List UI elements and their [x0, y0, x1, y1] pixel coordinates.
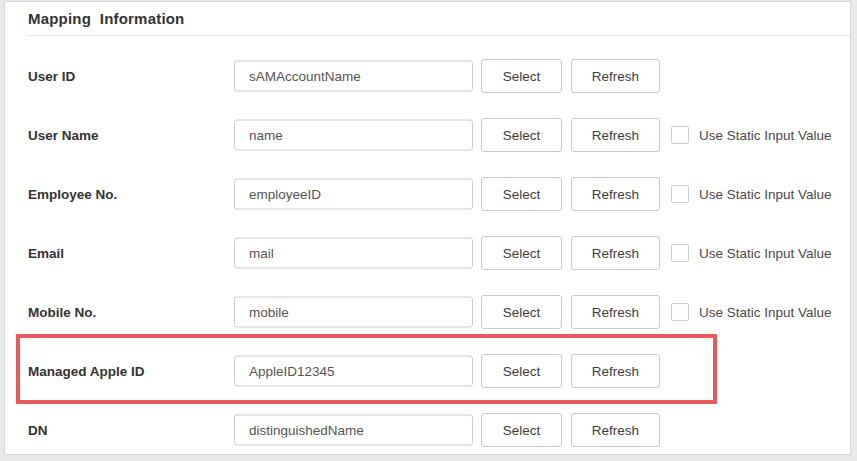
- use-static-input-label: Use Static Input Value: [699, 305, 832, 320]
- refresh-button[interactable]: Refresh: [571, 177, 660, 211]
- refresh-button[interactable]: Refresh: [571, 236, 660, 270]
- select-button[interactable]: Select: [481, 177, 562, 211]
- refresh-button[interactable]: Refresh: [571, 295, 660, 329]
- dn-input[interactable]: [234, 415, 473, 446]
- managed-apple-id-label: Managed Apple ID: [28, 364, 145, 379]
- user-id-input[interactable]: [234, 61, 473, 92]
- refresh-button[interactable]: Refresh: [571, 59, 660, 93]
- select-button[interactable]: Select: [481, 413, 562, 447]
- refresh-button[interactable]: Refresh: [571, 118, 660, 152]
- refresh-button[interactable]: Refresh: [571, 354, 660, 388]
- user-name-input[interactable]: [234, 120, 473, 151]
- managed-apple-id-input[interactable]: [234, 356, 473, 387]
- user-name-label: User Name: [28, 128, 99, 143]
- page-title: Mapping Information: [28, 10, 184, 27]
- use-static-input-checkbox[interactable]: [671, 126, 689, 144]
- use-static-input-label: Use Static Input Value: [699, 246, 832, 261]
- title-divider: [28, 35, 850, 36]
- select-button[interactable]: Select: [481, 354, 562, 388]
- field-row-managed-apple-id: Managed Apple ID Select Refresh: [5, 341, 850, 401]
- field-row-mobile-no: Mobile No. Select Refresh Use Static Inp…: [5, 282, 850, 342]
- mobile-no-label: Mobile No.: [28, 305, 96, 320]
- use-static-input-label: Use Static Input Value: [699, 128, 832, 143]
- field-row-employee-no: Employee No. Select Refresh Use Static I…: [5, 164, 850, 224]
- select-button[interactable]: Select: [481, 236, 562, 270]
- select-button[interactable]: Select: [481, 59, 562, 93]
- user-id-label: User ID: [28, 69, 75, 84]
- field-row-user-name: User Name Select Refresh Use Static Inpu…: [5, 105, 850, 165]
- email-input[interactable]: [234, 238, 473, 269]
- email-label: Email: [28, 246, 64, 261]
- use-static-input-checkbox[interactable]: [671, 244, 689, 262]
- refresh-button[interactable]: Refresh: [571, 413, 660, 447]
- use-static-input-checkbox[interactable]: [671, 185, 689, 203]
- mapping-information-panel: Mapping Information User ID Select Refre…: [4, 1, 851, 455]
- employee-no-input[interactable]: [234, 179, 473, 210]
- employee-no-label: Employee No.: [28, 187, 117, 202]
- select-button[interactable]: Select: [481, 118, 562, 152]
- use-static-input-label: Use Static Input Value: [699, 187, 832, 202]
- field-row-email: Email Select Refresh Use Static Input Va…: [5, 223, 850, 283]
- mobile-no-input[interactable]: [234, 297, 473, 328]
- select-button[interactable]: Select: [481, 295, 562, 329]
- use-static-input-checkbox[interactable]: [671, 303, 689, 321]
- dn-label: DN: [28, 423, 48, 438]
- field-row-user-id: User ID Select Refresh: [5, 46, 850, 106]
- field-row-dn: DN Select Refresh: [5, 400, 850, 460]
